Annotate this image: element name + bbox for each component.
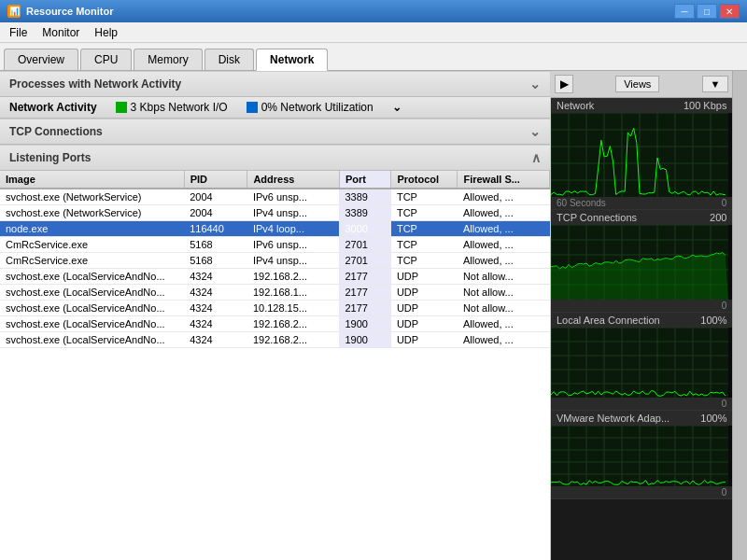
cell-image: svchost.exe (NetworkService) xyxy=(0,205,184,221)
chart-label-3: VMware Network Adap...100% xyxy=(551,411,732,426)
app-icon: 📊 xyxy=(7,5,21,18)
legend-green-icon xyxy=(116,102,127,113)
processes-section-label: Processes with Network Activity xyxy=(9,77,181,91)
views-button[interactable]: Views xyxy=(615,76,659,92)
chart-graph-3 xyxy=(551,426,728,486)
tcp-section-header[interactable]: TCP Connections ⌄ xyxy=(0,119,550,145)
col-header-firewall[interactable]: Firewall S... xyxy=(458,171,550,189)
cell-image: node.exe xyxy=(0,221,184,237)
cell-protocol: TCP xyxy=(391,205,458,221)
col-header-image[interactable]: Image xyxy=(0,171,184,189)
minimize-button[interactable]: ─ xyxy=(674,4,695,19)
chart-max-0: 100 Kbps xyxy=(684,100,726,111)
network-activity-chevron-icon: ⌄ xyxy=(392,101,402,114)
cell-firewall: Not allow... xyxy=(458,301,550,316)
cell-image: svchost.exe (LocalServiceAndNo... xyxy=(0,269,184,285)
network-activity-label: Network Activity xyxy=(9,101,97,114)
chart-section-1: TCP Connections2000 xyxy=(551,210,732,313)
chart-canvas-2 xyxy=(551,328,732,398)
cell-firewall: Allowed, ... xyxy=(458,189,550,205)
cell-protocol: UDP xyxy=(391,332,458,348)
table-row[interactable]: CmRcService.exe 5168 IPv6 unsp... 2701 T… xyxy=(0,237,550,253)
chart-title-2: Local Area Connection xyxy=(557,315,660,326)
menu-bar: File Monitor Help xyxy=(0,22,747,43)
table-row[interactable]: svchost.exe (NetworkService) 2004 IPv4 u… xyxy=(0,205,550,221)
tab-network[interactable]: Network xyxy=(256,49,328,71)
listening-ports-table-container[interactable]: Image PID Address Port Protocol Firewall… xyxy=(0,171,550,560)
cell-protocol: TCP xyxy=(391,189,458,205)
views-dropdown-button[interactable]: ▼ xyxy=(702,76,729,92)
legend-io-label: 3 Kbps Network I/O xyxy=(131,101,228,114)
table-row[interactable]: node.exe 116440 IPv4 loop... 3000 TCP Al… xyxy=(0,221,550,237)
tab-cpu[interactable]: CPU xyxy=(80,49,132,70)
menu-file[interactable]: File xyxy=(4,24,33,41)
legend-util: 0% Network Utilization xyxy=(247,101,374,114)
chart-canvas-3 xyxy=(551,426,732,486)
cell-address: IPv4 unsp... xyxy=(247,205,340,221)
legend-io: 3 Kbps Network I/O xyxy=(116,101,228,114)
cell-address: 192.168.2... xyxy=(247,269,340,285)
title-text: Resource Monitor xyxy=(26,6,114,17)
cell-address: IPv6 unsp... xyxy=(247,189,340,205)
tab-memory[interactable]: Memory xyxy=(134,49,202,70)
table-row[interactable]: svchost.exe (LocalServiceAndNo... 4324 1… xyxy=(0,301,550,316)
chart-graph-1 xyxy=(551,225,728,300)
cell-pid: 116440 xyxy=(184,221,247,237)
right-scrollbar[interactable] xyxy=(732,71,747,560)
cell-port: 1900 xyxy=(339,316,390,332)
chart-max-1: 200 xyxy=(710,212,726,223)
cell-port: 1900 xyxy=(339,332,390,348)
cell-image: CmRcService.exe xyxy=(0,237,184,253)
table-row[interactable]: svchost.exe (LocalServiceAndNo... 4324 1… xyxy=(0,269,550,285)
menu-monitor[interactable]: Monitor xyxy=(36,24,85,41)
main-area: Processes with Network Activity ⌄ Networ… xyxy=(0,71,747,560)
cell-port: 2177 xyxy=(339,301,390,316)
close-button[interactable]: ✕ xyxy=(719,4,740,19)
cell-protocol: TCP xyxy=(391,221,458,237)
cell-image: svchost.exe (LocalServiceAndNo... xyxy=(0,332,184,348)
legend-util-label: 0% Network Utilization xyxy=(261,101,374,114)
chart-title-1: TCP Connections xyxy=(557,212,637,223)
listening-ports-table: Image PID Address Port Protocol Firewall… xyxy=(0,171,550,348)
table-row[interactable]: svchost.exe (LocalServiceAndNo... 4324 1… xyxy=(0,285,550,301)
tab-overview[interactable]: Overview xyxy=(4,49,78,70)
chart-title-3: VMware Network Adap... xyxy=(557,413,669,424)
tab-disk[interactable]: Disk xyxy=(204,49,254,70)
panel-expand-button[interactable]: ▶ xyxy=(555,75,573,93)
menu-help[interactable]: Help xyxy=(89,24,123,41)
col-header-pid[interactable]: PID xyxy=(184,171,247,189)
chart-bottom-3: 0 xyxy=(551,486,732,498)
chart-canvas-0 xyxy=(551,113,732,197)
chart-graph-0 xyxy=(551,113,728,197)
cell-address: 192.168.1... xyxy=(247,285,340,301)
cell-protocol: UDP xyxy=(391,285,458,301)
table-row[interactable]: svchost.exe (NetworkService) 2004 IPv6 u… xyxy=(0,189,550,205)
listening-ports-section-header[interactable]: Listening Ports ∧ xyxy=(0,145,550,171)
col-header-protocol[interactable]: Protocol xyxy=(391,171,458,189)
chart-section-2: Local Area Connection100%0 xyxy=(551,313,732,411)
chart-bottom-left-0: 60 Seconds xyxy=(557,198,606,208)
table-row[interactable]: svchost.exe (LocalServiceAndNo... 4324 1… xyxy=(0,332,550,348)
col-header-address[interactable]: Address xyxy=(247,171,340,189)
maximize-button[interactable]: □ xyxy=(697,4,717,19)
cell-firewall: Allowed, ... xyxy=(458,237,550,253)
table-row[interactable]: svchost.exe (LocalServiceAndNo... 4324 1… xyxy=(0,316,550,332)
col-header-port[interactable]: Port xyxy=(339,171,390,189)
cell-protocol: UDP xyxy=(391,269,458,285)
chart-section-0: Network100 Kbps60 Seconds0 xyxy=(551,98,732,210)
listening-ports-chevron-icon: ∧ xyxy=(531,150,541,165)
processes-section-header[interactable]: Processes with Network Activity ⌄ xyxy=(0,71,550,97)
cell-protocol: TCP xyxy=(391,237,458,253)
cell-address: 10.128.15... xyxy=(247,301,340,316)
cell-address: IPv6 unsp... xyxy=(247,237,340,253)
cell-firewall: Allowed, ... xyxy=(458,221,550,237)
cell-pid: 4324 xyxy=(184,316,247,332)
tcp-section-label: TCP Connections xyxy=(9,125,103,138)
table-row[interactable]: CmRcService.exe 5168 IPv4 unsp... 2701 T… xyxy=(0,253,550,269)
cell-pid: 5168 xyxy=(184,237,247,253)
cell-firewall: Not allow... xyxy=(458,269,550,285)
cell-pid: 4324 xyxy=(184,269,247,285)
tcp-chevron-icon: ⌄ xyxy=(529,124,541,139)
chart-bottom-2: 0 xyxy=(551,398,732,410)
cell-port: 3389 xyxy=(339,189,390,205)
